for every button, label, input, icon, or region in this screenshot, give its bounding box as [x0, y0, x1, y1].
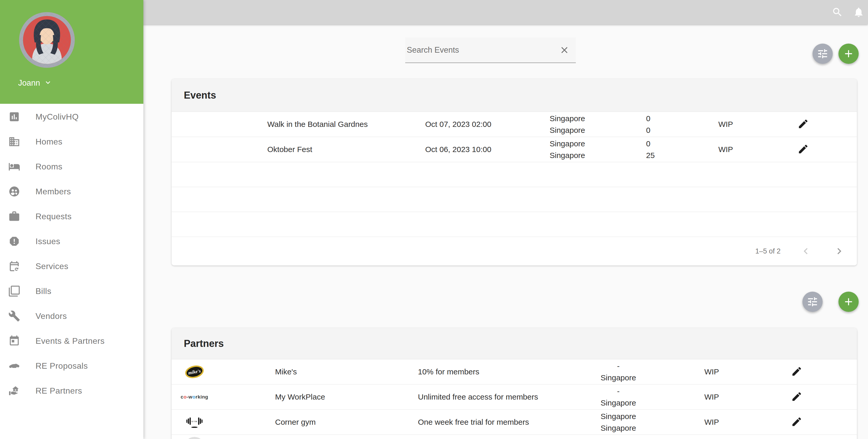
- pencil-icon: [798, 118, 809, 130]
- edit-partner-button[interactable]: [791, 416, 802, 428]
- sidebar-item-re-partners[interactable]: RE Partners: [0, 378, 143, 403]
- location-line: Singapore: [550, 149, 585, 161]
- event-status: WIP: [700, 145, 752, 154]
- edit-event-button[interactable]: [798, 118, 809, 130]
- event-row[interactable]: Walk in the Botanial Gardnes Oct 07, 202…: [172, 112, 857, 137]
- sidebar-item-bills[interactable]: Bills: [0, 279, 143, 303]
- sidebar-item-services[interactable]: Services: [0, 254, 143, 279]
- partner-logo-placeholder: [182, 437, 208, 439]
- empty-row: [172, 212, 857, 237]
- handshake-icon: [8, 360, 20, 372]
- sidebar-item-label: Vendors: [35, 311, 67, 321]
- edit-partner-button[interactable]: [791, 366, 802, 378]
- notifications-bell-icon[interactable]: [853, 6, 864, 18]
- partners-card: Partners mike's Mike's 10% for members -…: [172, 328, 857, 439]
- sidebar-item-events-partners[interactable]: Events & Partners: [0, 328, 143, 353]
- pencil-icon: [791, 416, 802, 428]
- location-line: Singapore: [580, 372, 657, 383]
- chevron-right-icon: [833, 245, 845, 257]
- count-line: 0: [646, 124, 650, 136]
- partner-row[interactable]: mike's Mike's 10% for members - Singapor…: [172, 359, 857, 384]
- count-line: 25: [646, 149, 655, 161]
- add-partner-button[interactable]: [838, 292, 859, 312]
- sidebar-item-label: Members: [35, 187, 71, 197]
- pencil-icon: [791, 366, 802, 377]
- sidebar-item-label: Bills: [35, 287, 51, 296]
- previous-page-button[interactable]: [800, 245, 812, 257]
- sidebar-item-re-proposals[interactable]: RE Proposals: [0, 353, 143, 378]
- wrench-icon: [8, 310, 20, 322]
- search-bar: [405, 38, 576, 63]
- partner-logo-coworking: co-working: [182, 394, 208, 400]
- partner-benefit: Unlimited free access for members: [418, 392, 538, 401]
- calendar-sync-icon: [8, 260, 20, 272]
- partner-row-partial[interactable]: Singapore: [172, 435, 857, 439]
- tune-icon: [807, 296, 818, 308]
- sidebar-item-label: Services: [35, 262, 68, 271]
- sidebar-item-homes[interactable]: Homes: [0, 129, 143, 154]
- user-avatar[interactable]: [18, 11, 76, 69]
- partner-status: WIP: [686, 392, 738, 401]
- sidebar-item-label: Requests: [35, 212, 71, 221]
- event-locations: Singapore Singapore: [550, 113, 585, 136]
- copy-icon: [8, 285, 20, 297]
- search-input[interactable]: [407, 38, 555, 62]
- alert-octagon-icon: [8, 235, 20, 247]
- location-line: Singapore: [550, 124, 585, 136]
- sidebar: Joann MyColivHQ Homes Rooms Members Requ…: [0, 0, 143, 439]
- sidebar-item-label: RE Partners: [35, 386, 82, 396]
- user-name: Joann: [18, 78, 40, 88]
- sidebar-item-vendors[interactable]: Vendors: [0, 303, 143, 328]
- sidebar-item-mycolivhq[interactable]: MyColivHQ: [0, 104, 143, 129]
- sidebar-item-members[interactable]: Members: [0, 179, 143, 204]
- event-row[interactable]: Oktober Fest Oct 06, 2023 10:00 Singapor…: [172, 137, 857, 162]
- sidebar-menu: MyColivHQ Homes Rooms Members Requests I…: [0, 104, 143, 403]
- sidebar-item-requests[interactable]: Requests: [0, 204, 143, 229]
- count-line: 0: [646, 138, 655, 149]
- svg-text:GYM: GYM: [192, 420, 197, 423]
- events-title: Events: [184, 90, 216, 101]
- sidebar-item-label: Issues: [35, 237, 60, 246]
- sidebar-item-label: RE Proposals: [35, 361, 88, 371]
- sidebar-item-label: Homes: [35, 137, 62, 147]
- edit-event-button[interactable]: [798, 144, 809, 156]
- partner-benefit: 10% for members: [418, 368, 479, 376]
- empty-row: [172, 187, 857, 212]
- search-icon[interactable]: [832, 6, 843, 18]
- building-icon: [8, 136, 20, 148]
- events-card-header: Events: [172, 79, 857, 112]
- empty-row: [172, 162, 857, 187]
- partner-status: WIP: [686, 418, 738, 427]
- partner-locations: - Singapore: [580, 385, 657, 409]
- clear-search-button[interactable]: [559, 45, 569, 55]
- plus-icon: [843, 296, 855, 308]
- event-counts: 0 0: [646, 113, 650, 136]
- partner-locations: Singapore Singapore: [580, 410, 657, 434]
- sidebar-item-rooms[interactable]: Rooms: [0, 154, 143, 179]
- close-icon: [559, 45, 569, 55]
- people-circle-icon: [8, 185, 20, 198]
- location-line: Singapore: [550, 113, 585, 124]
- next-page-button[interactable]: [833, 245, 845, 257]
- partners-title: Partners: [184, 338, 224, 349]
- partner-row[interactable]: GYM Corner gym One week free trial for m…: [172, 409, 857, 435]
- partners-card-header: Partners: [172, 328, 857, 359]
- user-menu[interactable]: Joann: [18, 77, 52, 89]
- partner-name: Mike's: [275, 368, 297, 376]
- sidebar-item-issues[interactable]: Issues: [0, 229, 143, 254]
- event-name: Oktober Fest: [267, 145, 312, 154]
- edit-partner-button[interactable]: [791, 391, 802, 403]
- partner-name: Corner gym: [275, 418, 316, 427]
- filter-events-button[interactable]: [812, 43, 833, 64]
- sidebar-item-label: Events & Partners: [35, 336, 104, 346]
- filter-partners-button[interactable]: [802, 292, 823, 312]
- event-datetime: Oct 06, 2023 10:00: [425, 145, 491, 154]
- partner-locations: - Singapore: [580, 360, 657, 383]
- add-event-button[interactable]: [838, 43, 859, 64]
- calendar-icon: [8, 335, 20, 347]
- tune-icon: [817, 48, 829, 60]
- pagination-bar: 1–5 of 2: [172, 237, 857, 265]
- partner-row[interactable]: co-working My WorkPlace Unlimited free a…: [172, 384, 857, 409]
- chart-icon: [8, 111, 20, 123]
- events-card: Events Walk in the Botanial Gardnes Oct …: [172, 79, 857, 265]
